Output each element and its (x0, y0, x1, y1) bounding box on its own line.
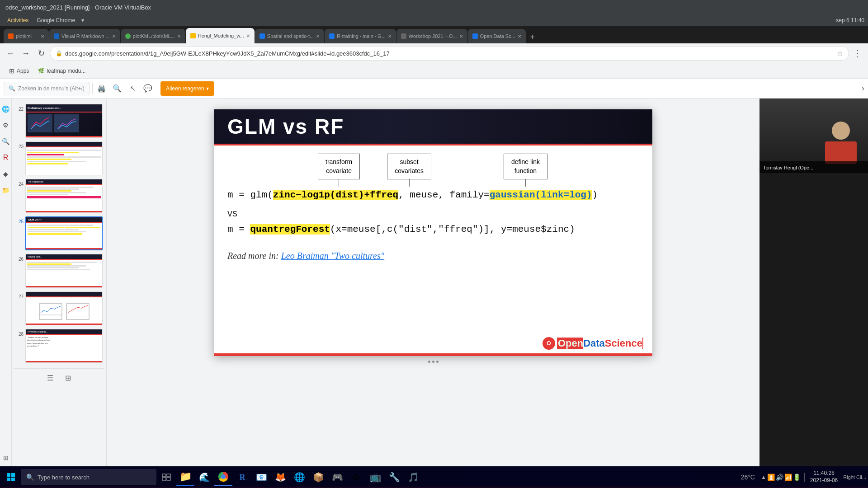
logo-open: Open (558, 338, 583, 349)
search-sidebar-icon[interactable]: 🔍 (1, 136, 11, 146)
extensions-icon[interactable]: ◆ (1, 169, 11, 179)
taskbar-chrome[interactable] (214, 468, 232, 486)
taskbar-app11[interactable]: 📺 (366, 468, 384, 486)
tab-close-5[interactable]: ✕ (316, 34, 320, 39)
slide-header: GLM vs RF (214, 109, 652, 145)
slide-title: GLM vs RF (227, 114, 344, 139)
search-icon: 🔍 (9, 85, 15, 92)
taskbar-right: 26°C ▲ ⏫ 🔊 📶 🔋 11:40:28 2021-09-06 Right… (741, 470, 866, 484)
back-button[interactable]: ← (4, 47, 17, 60)
thumb-img-28: Inventory bridging... "Imagine you can p… (25, 329, 103, 363)
slide-thumb-25[interactable]: 25 GLM vs RF (14, 215, 104, 252)
dropdown-arrow-icon: ▾ (206, 85, 209, 92)
tab-close-6[interactable]: ✕ (388, 34, 392, 39)
svg-rect-10 (167, 478, 170, 480)
read-more-link[interactable]: Leo Braiman "Two cultures" (281, 251, 384, 261)
taskbar-app9[interactable]: 🎮 (328, 468, 346, 486)
code-rf-highlight: quantregForest (250, 224, 330, 235)
print-button[interactable]: 🖨️ (95, 82, 108, 95)
tab-close-1[interactable]: ✕ (41, 34, 44, 39)
tab-spatial[interactable]: Spatial and spatio-t... ✕ (255, 29, 324, 43)
taskbar-app5[interactable]: 📧 (252, 468, 270, 486)
only-react-button[interactable]: Alleen reageren ▾ (160, 81, 214, 96)
menu-bar: Activities Google Chrome ▾ sep 6 11:40 (0, 14, 868, 26)
taskbar-edge[interactable]: 🌊 (195, 468, 213, 486)
slide-thumb-26[interactable]: 26 Varying coef... (14, 252, 104, 290)
comment-button[interactable]: 💬 (142, 82, 154, 95)
folder-icon[interactable]: 📁 (1, 185, 11, 195)
task-view-button[interactable] (157, 468, 175, 486)
dot-3 (436, 361, 439, 363)
tab-close-4[interactable]: ✕ (246, 33, 250, 38)
slide-bottom-bar (214, 356, 652, 367)
forward-button[interactable]: → (19, 47, 33, 60)
taskbar-search[interactable]: 🔍 Type here to search (21, 469, 156, 485)
reload-button[interactable]: ↻ (34, 47, 48, 60)
bookmarks-bar: ⊞ Apps 🌿 leafmap modu... (0, 63, 868, 79)
slide-thumb-24[interactable]: 24 The Regression (14, 177, 104, 215)
tab-r-training[interactable]: R-training · main · G... ✕ (325, 29, 396, 43)
taskbar-app12[interactable]: 🔧 (385, 468, 403, 486)
thumb-img-24: The Regression (25, 179, 103, 213)
taskbar-app7[interactable]: 🌐 (290, 468, 308, 486)
slide-thumb-27[interactable]: 27 (14, 290, 104, 327)
slide-thumb-22[interactable]: 22 Preliminary assessment... (14, 102, 104, 140)
tab-plotkml[interactable]: plotkml ✕ (4, 29, 49, 43)
chrome-icon[interactable]: 🌐 (1, 104, 11, 114)
lock-icon: 🔒 (56, 50, 62, 56)
logo-data: Data (583, 338, 605, 349)
tab-close-2[interactable]: ✕ (112, 34, 116, 39)
zoom-button[interactable]: 🔍 (111, 82, 123, 95)
settings-icon[interactable]: ⚙ (1, 120, 11, 130)
taskbar-r[interactable]: R (233, 468, 251, 486)
taskbar-search-text: Type here to search (38, 474, 90, 481)
presenter-name: Tomislav Hengl (Ope... (763, 165, 813, 170)
taskbar-app10[interactable]: ⚙ (347, 468, 365, 486)
menu-activities[interactable]: Activities (4, 16, 32, 24)
profile-button[interactable]: ⋮ (851, 47, 864, 60)
bookmark-leafmap[interactable]: 🌿 leafmap modu... (34, 65, 89, 77)
taskbar-app6[interactable]: 🦊 (271, 468, 289, 486)
slide-body: transformcovariate subsetcovariates (214, 145, 652, 261)
svg-rect-9 (162, 478, 166, 480)
slide-thumb-28[interactable]: 28 Inventory bridging... "Imagine you ca… (14, 327, 104, 365)
chevron-right-icon[interactable]: › (862, 84, 864, 93)
bookmark-apps[interactable]: ⊞ Apps (5, 65, 33, 77)
taskbar-time: 11:40:28 (810, 470, 838, 477)
tab-close-3[interactable]: ✕ (177, 34, 181, 39)
taskbar-file-explorer[interactable]: 📁 (176, 468, 194, 486)
code-rf-suffix: (x=meuse[,c("dist","ffreq")], y=meuse$zi… (330, 224, 575, 235)
logo-circle: O (542, 337, 555, 350)
slide-footer-bar (214, 353, 652, 356)
taskbar-clock[interactable]: 11:40:28 2021-09-06 (807, 470, 841, 484)
dot-1 (428, 361, 430, 363)
taskbar-app8[interactable]: 📦 (309, 468, 327, 486)
bookmark-icon[interactable]: ☆ (837, 49, 843, 58)
slide-thumb-23[interactable]: 23 (14, 140, 104, 177)
cursor-button[interactable]: ↖ (126, 82, 139, 95)
tab-hengl-modeling[interactable]: Hengl_Modeling_w... ✕ (186, 28, 255, 43)
r-icon[interactable]: R (1, 153, 11, 163)
logo-area: O OpenDataScience (542, 337, 643, 350)
start-button[interactable] (2, 468, 20, 486)
taskbar-app13[interactable]: 🎵 (404, 468, 422, 486)
code-rf-prefix: m = (227, 224, 250, 235)
address-bar[interactable]: 🔒 docs.google.com/presentation/d/1g_A9el… (50, 46, 849, 61)
menu-app[interactable]: Google Chrome (33, 16, 79, 24)
grid-view-button[interactable]: ⊞ (63, 372, 74, 383)
svg-rect-6 (11, 478, 15, 481)
search-box[interactable]: 🔍 Zoeken in de menu's (Alt+/) (4, 82, 90, 95)
logo-science: Science (605, 338, 642, 349)
apps-sidebar-icon[interactable]: ⊞ (1, 453, 11, 463)
tab-close-7[interactable]: ✕ (459, 34, 463, 39)
tab-open-data[interactable]: Open Data Sc... ✕ (468, 29, 526, 43)
new-tab-button[interactable]: + (526, 31, 539, 43)
tab-visual-r-markdown[interactable]: Visual R Markdown ... ✕ (49, 29, 120, 43)
taskbar: 🔍 Type here to search 📁 🌊 R 📧 🦊 🌐 📦 (0, 466, 868, 488)
taskbar-right-label: Right Cli... (843, 474, 866, 480)
svg-rect-0 (39, 304, 62, 319)
list-view-button[interactable]: ☰ (45, 372, 56, 383)
tab-plotkml-github[interactable]: plotKML/plotKML... ✕ (121, 29, 185, 43)
tab-close-8[interactable]: ✕ (518, 34, 521, 39)
tab-workshop[interactable]: Workshop 2021 – O... ✕ (396, 29, 467, 43)
